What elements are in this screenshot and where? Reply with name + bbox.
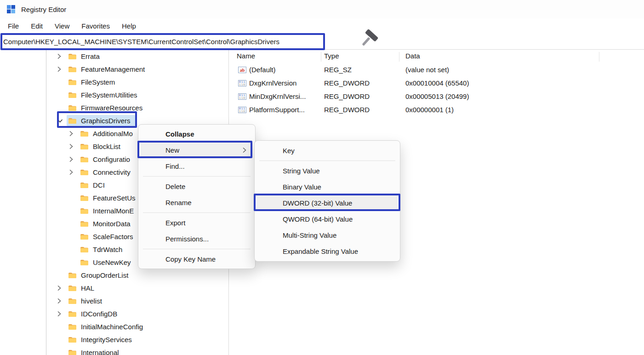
tree-item-body[interactable]: ScaleFactors [80,231,133,242]
chevron-right-icon[interactable] [69,143,80,149]
tree-item-hal[interactable]: HAL [0,281,228,294]
folder-icon [68,285,77,292]
folder-icon [68,323,77,330]
context-menu-item-copy-key-name[interactable]: Copy Key Name [141,251,253,267]
tree-item-body[interactable]: Errata [68,51,100,62]
tree-item-body[interactable]: TdrWatch [80,244,122,255]
value-data: 0x00010004 (65540) [405,79,469,87]
value-row-mindxgkrnlversi[interactable]: 011110MinDxgKrnlVersi...REG_DWORD0x00005… [234,90,644,103]
submenu-item-expandable-string-value[interactable]: Expandable String Value [257,243,398,259]
tree-item-integrityservices[interactable]: IntegrityServices [0,333,228,346]
menu-item-label: Binary Value [283,183,321,191]
menu-item-label: Collapse [165,130,194,138]
values-list: ab(Default)REG_SZ(value not set)011110Dx… [234,63,644,117]
context-menu-item-new[interactable]: New [141,142,253,158]
tree-item-filesystemutilities[interactable]: FileSystemUtilities [0,88,228,101]
context-menu-item-collapse[interactable]: Collapse [141,126,253,142]
chevron-right-icon[interactable] [57,298,68,304]
folder-icon [68,79,77,86]
tree-item-label: Connectivity [93,168,131,176]
tree-item-hivelist[interactable]: hivelist [0,294,228,307]
context-menu-item-delete[interactable]: Delete [141,178,253,195]
tree-item-initialmachineconfig[interactable]: InitialMachineConfig [0,320,228,333]
submenu-item-multi-string-value[interactable]: Multi-String Value [257,227,398,243]
value-row-dxgkrnlversion[interactable]: 011110DxgKrnlVersionREG_DWORD0x00010004 … [234,77,644,90]
tree-item-body[interactable]: hivelist [68,295,102,306]
tree-item-body[interactable]: FirmwareResources [68,102,142,113]
folder-icon [68,310,77,317]
context-menu-item-export[interactable]: Export [141,215,253,231]
tree-item-body[interactable]: IntegrityServices [68,334,132,345]
tree-item-label: hivelist [81,297,102,305]
chevron-right-icon[interactable] [69,131,80,137]
menu-help[interactable]: Help [116,20,142,32]
tree-item-filesystem[interactable]: FileSystem [0,75,228,88]
tree-item-body[interactable]: GraphicsDrivers [67,115,135,126]
submenu-item-qword-64-bit-value[interactable]: QWORD (64-bit) Value [257,211,398,227]
address-bar[interactable]: Computer\HKEY_LOCAL_MACHINE\SYSTEM\Curre… [0,34,644,50]
column-header-type[interactable]: Type [324,52,339,60]
tree-item-body[interactable]: MonitorData [80,218,131,229]
tree-item-body[interactable]: InternalMonE [80,205,134,216]
tree-item-body[interactable]: HAL [68,282,94,293]
tree-item-body[interactable]: DCI [80,179,105,190]
tree-item-idconfigdb[interactable]: IDConfigDB [0,307,228,320]
tree-item-international[interactable]: International [0,346,228,355]
tree-item-featuremanagement[interactable]: FeatureManagement [0,63,228,75]
tree-item-body[interactable]: Configuratio [80,154,130,165]
value-type: REG_SZ [324,66,352,74]
submenu-item-binary-value[interactable]: Binary Value [257,179,398,195]
values-header: NameTypeData [234,50,644,63]
menu-file[interactable]: File [2,20,25,32]
value-name: (Default) [249,66,276,74]
submenu-item-string-value[interactable]: String Value [257,163,398,179]
menu-edit[interactable]: Edit [25,20,49,32]
folder-icon [80,156,89,163]
menu-bar: FileEditViewFavoritesHelp [0,18,644,34]
tree-item-firmwareresources[interactable]: FirmwareResources [0,101,228,114]
folder-icon [68,272,77,279]
tree-item-body[interactable]: International [68,347,119,355]
menu-separator [259,160,395,161]
menu-favorites[interactable]: Favorites [75,20,116,32]
tree-item-body[interactable]: FeatureSetUs [80,192,136,203]
chevron-right-icon[interactable] [57,285,68,291]
submenu-item-key[interactable]: Key [257,143,398,159]
folder-icon [68,66,77,73]
tree-item-body[interactable]: Connectivity [80,166,131,178]
tree-item-body[interactable]: FileSystemUtilities [68,89,137,100]
tree-item-label: IDConfigDB [81,310,117,318]
chevron-right-icon[interactable] [57,311,68,317]
menu-view[interactable]: View [49,20,75,32]
column-header-name[interactable]: Name [237,52,255,60]
submenu-item-dword-32-bit-value[interactable]: DWORD (32-bit) Value [257,195,398,211]
tree-item-label: ScaleFactors [93,233,133,240]
value-row-default[interactable]: ab(Default)REG_SZ(value not set) [234,63,644,77]
menu-item-label: Copy Key Name [165,255,216,263]
tree-item-body[interactable]: IDConfigDB [68,308,117,319]
column-header-data[interactable]: Data [405,52,420,60]
context-menu-item-rename[interactable]: Rename [141,195,253,211]
chevron-right-icon[interactable] [69,156,80,162]
tree-item-errata[interactable]: Errata [0,50,228,63]
tree-item-body[interactable]: BlockList [80,141,120,152]
value-name: MinDxgKrnlVersi... [249,92,306,100]
context-menu-item-find[interactable]: Find... [141,158,253,174]
address-path[interactable]: Computer\HKEY_LOCAL_MACHINE\SYSTEM\Curre… [3,38,279,46]
chevron-right-icon[interactable] [57,53,68,59]
tree-item-body[interactable]: InitialMachineConfig [68,321,143,332]
chevron-right-icon[interactable] [57,66,68,72]
value-row-platformsupport[interactable]: 011110PlatformSupport...REG_DWORD0x00000… [234,103,644,117]
tree-item-body[interactable]: GroupOrderList [68,269,128,281]
reg-sz-icon: ab [238,67,246,73]
tree-item-body[interactable]: UseNewKey [80,257,131,268]
tree-item-body[interactable]: AdditionalMo [80,128,133,139]
menu-item-label: DWORD (32-bit) Value [283,199,352,207]
tree-item-label: Configuratio [93,155,130,163]
context-menu-item-permissions[interactable]: Permissions... [141,231,253,247]
tree-item-body[interactable]: FeatureManagement [68,63,145,74]
tree-item-grouporderlist[interactable]: GroupOrderList [0,269,228,281]
tree-item-label: International [81,349,119,355]
chevron-right-icon[interactable] [69,169,80,175]
tree-item-body[interactable]: FileSystem [68,76,115,87]
